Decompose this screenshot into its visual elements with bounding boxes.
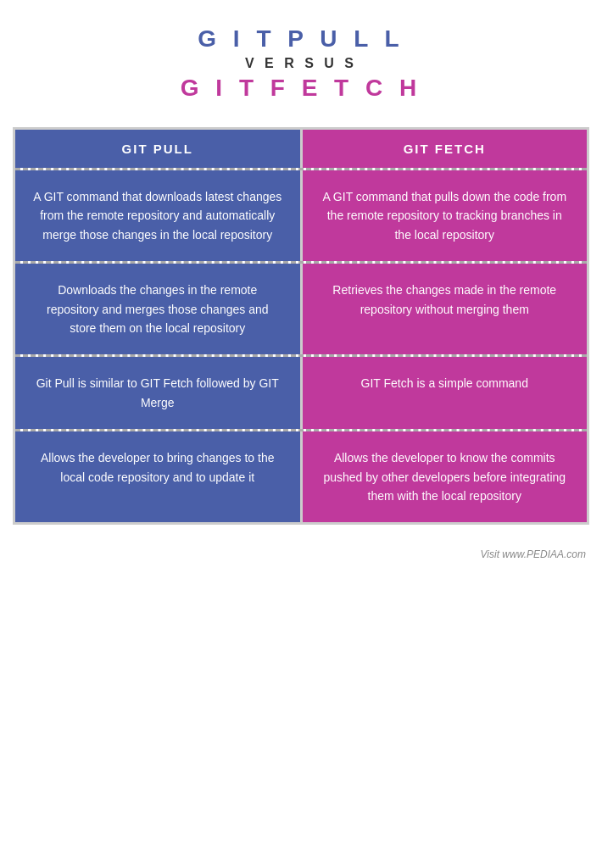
table-row-3: Git Pull is similar to GIT Fetch followe…	[15, 357, 587, 429]
pull-row-1: A GIT command that downloads latest chan…	[15, 170, 303, 261]
pull-row-4: Allows the developer to bring changes to…	[15, 431, 303, 522]
footer-text: Visit www.PEDIAA.com	[481, 548, 586, 560]
col-pull-header: GIT PULL	[15, 130, 303, 168]
title-git-pull: G I T P U L L	[17, 25, 585, 53]
fetch-row-2: Retrieves the changes made in the remote…	[303, 264, 588, 354]
table-header-row: GIT PULL GIT FETCH	[15, 130, 587, 168]
table-row-4: Allows the developer to bring changes to…	[15, 431, 587, 522]
title-versus: V E R S U S	[17, 56, 585, 71]
page-header: G I T P U L L V E R S U S G I T F E T C …	[0, 0, 602, 110]
table-row-1: A GIT command that downloads latest chan…	[15, 170, 587, 261]
pull-row-3: Git Pull is similar to GIT Fetch followe…	[15, 357, 303, 429]
fetch-row-3: GIT Fetch is a simple command	[303, 357, 588, 429]
title-git-fetch: G I T F E T C H	[17, 75, 585, 102]
pull-row-2: Downloads the changes in the remote repo…	[15, 264, 303, 354]
fetch-row-1: A GIT command that pulls down the code f…	[303, 170, 588, 261]
table-row-2: Downloads the changes in the remote repo…	[15, 264, 587, 354]
fetch-row-4: Allows the developer to know the commits…	[303, 431, 588, 522]
footer: Visit www.PEDIAA.com	[13, 542, 589, 567]
col-fetch-header: GIT FETCH	[303, 130, 588, 168]
comparison-table: GIT PULL GIT FETCH A GIT command that do…	[13, 127, 589, 525]
